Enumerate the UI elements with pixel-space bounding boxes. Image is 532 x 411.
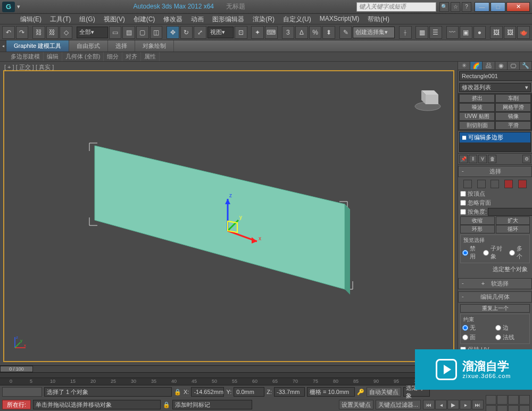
mod-meshsmooth-button[interactable]: 网格平滑 [495, 103, 531, 112]
help-icon[interactable]: ? [462, 2, 471, 12]
search-icon[interactable]: 🔍 [439, 2, 449, 12]
modifier-list-dropdown[interactable]: 修改器列表▾ [459, 83, 531, 92]
key-icon[interactable]: 🔑 [357, 389, 364, 396]
hierarchy-tab[interactable]: 品 [483, 62, 495, 70]
menu-customize[interactable]: 自定义(U) [279, 14, 315, 24]
lock-icon[interactable]: 🔒 [174, 389, 181, 396]
dropdown-icon[interactable]: ▾ [15, 3, 22, 10]
pan-view-button[interactable] [486, 395, 496, 405]
element-so-icon[interactable] [518, 180, 527, 188]
play-button[interactable]: ▶ [447, 400, 459, 409]
time-slider[interactable]: 0 / 100 [0, 366, 33, 372]
next-frame-button[interactable]: ▸ [460, 400, 471, 409]
pan-button[interactable] [497, 405, 508, 412]
render-frame-button[interactable]: 🖼 [504, 26, 517, 39]
scale-button[interactable]: ⤢ [194, 26, 206, 39]
redo-button[interactable]: ↷ [16, 26, 29, 39]
modifier-stack[interactable]: ◼ 可编辑多边形 [459, 132, 531, 152]
move-button[interactable]: ✥ [167, 26, 179, 39]
material-editor-button[interactable]: ● [473, 26, 486, 39]
configure-sets-icon[interactable]: ⚙ [522, 155, 531, 163]
constraint-normal-radio[interactable]: 法线 [495, 333, 528, 342]
repeat-last-button[interactable]: 重复上一个 [460, 304, 530, 313]
link-button[interactable]: ⛓ [32, 26, 45, 39]
stack-item-editpoly[interactable]: ◼ 可编辑多边形 [460, 132, 530, 142]
preview-subobj-radio[interactable]: 子对象 [483, 244, 507, 261]
zoom-region-button[interactable] [508, 395, 519, 405]
autokey-button[interactable]: 自动关键点 [367, 387, 401, 397]
polygon-so-icon[interactable] [504, 180, 513, 188]
close-button[interactable]: ✕ [506, 2, 530, 12]
show-end-icon[interactable]: Ⅱ [469, 155, 477, 163]
layers-button[interactable]: ☰ [429, 26, 442, 39]
spinner-snap-button[interactable]: ⬍ [322, 26, 335, 39]
menu-views[interactable]: 视图(V) [99, 14, 129, 24]
keyboard-button[interactable]: ⌨ [265, 26, 278, 39]
menu-maxscript[interactable]: MAXScript(M) [315, 14, 364, 24]
menu-edit[interactable]: 编辑(E) [16, 14, 46, 24]
signin-icon[interactable]: ☆ [451, 2, 460, 12]
menu-animation[interactable]: 动画 [187, 14, 208, 24]
ref-coord-dropdown[interactable]: 视图 ▾ [207, 27, 234, 38]
viewport-label[interactable]: [ + ] [ 正交 ] [ 真实 ] [4, 63, 54, 71]
mini-listener[interactable] [2, 387, 42, 397]
vertex-so-icon[interactable] [463, 180, 472, 188]
preview-off-radio[interactable]: 禁用 [462, 244, 481, 261]
menu-modifiers[interactable]: 修改器 [159, 14, 187, 24]
zoom-extents-button[interactable] [497, 395, 508, 405]
angle-spinner[interactable] [488, 208, 532, 216]
menu-tools[interactable]: 工具(T) [46, 14, 75, 24]
viewport[interactable]: [ + ] [ 正交 ] [ 真实 ] z [3, 70, 454, 362]
angle-snap-button[interactable]: ∆ [295, 26, 308, 39]
viewcube[interactable] [413, 82, 443, 112]
menu-help[interactable]: 帮助(H) [363, 14, 394, 24]
remove-mod-icon[interactable]: 🗑 [488, 155, 496, 163]
motion-tab[interactable]: ◉ [495, 62, 508, 70]
setkey-button[interactable]: 设置关键点 [339, 400, 373, 409]
ribbon-panel-subdiv[interactable]: 细分 [104, 52, 122, 61]
snap-button[interactable]: 3 [282, 26, 295, 39]
preview-multi-radio[interactable]: 多个 [509, 244, 528, 261]
softsel-rollout-header[interactable]: + 软选择 [458, 278, 532, 289]
mod-mirror-button[interactable]: 镜像 [495, 112, 531, 121]
shrink-button[interactable]: 收缩 [460, 216, 495, 225]
by-angle-check[interactable]: 按角度: [460, 207, 487, 216]
rotate-button[interactable]: ↻ [180, 26, 193, 39]
percent-snap-button[interactable]: % [309, 26, 322, 39]
ribbon-tab-freeform[interactable]: 自由形式 [69, 40, 108, 52]
border-so-icon[interactable] [491, 180, 499, 188]
orbit-button[interactable] [486, 405, 496, 412]
mod-noise-button[interactable]: 噪波 [459, 103, 495, 112]
ribbon-panel-align[interactable]: 对齐 [122, 52, 141, 61]
mod-smooth-button[interactable]: 平滑 [495, 121, 531, 130]
menu-rendering[interactable]: 渲染(R) [248, 14, 279, 24]
utilities-tab[interactable]: 🔧 [520, 62, 532, 70]
x-coord-input[interactable]: -14.652mm [191, 387, 224, 397]
grow-button[interactable]: 扩大 [496, 216, 530, 225]
manipulate-button[interactable]: ✦ [251, 26, 264, 39]
keyfilter-button[interactable]: 关键点过滤器... [376, 400, 421, 409]
named-selection-dropdown[interactable]: 创建选择集 ▾ [353, 27, 395, 38]
by-vertex-check[interactable]: 按顶点 [460, 189, 530, 198]
named-sel-edit-button[interactable]: ✎ [339, 26, 352, 39]
ribbon-tab-selection[interactable]: 选择 [108, 40, 135, 52]
ring-button[interactable]: 环形 [460, 225, 495, 233]
loop-button[interactable]: 循环 [496, 225, 530, 233]
app-logo-icon[interactable]: G [2, 2, 15, 12]
selection-filter[interactable]: 全部 ▾ [77, 27, 108, 38]
unlink-button[interactable]: ⛓ [46, 26, 59, 39]
y-coord-input[interactable]: 0.0mm [234, 387, 264, 397]
walk-button[interactable] [508, 405, 519, 412]
menu-grapheditors[interactable]: 图形编辑器 [208, 14, 248, 24]
ribbon-minimize-button[interactable]: ◂ [0, 40, 6, 52]
ribbon-panel-edit[interactable]: 编辑 [44, 52, 62, 61]
goto-start-button[interactable]: ⏮ [423, 400, 435, 409]
goto-end-button[interactable]: ⏭ [472, 400, 484, 409]
select-name-button[interactable]: ▤ [122, 26, 135, 39]
fov-button[interactable] [519, 395, 530, 405]
isolate-icon[interactable]: 🔒 [163, 401, 170, 408]
mirror-button[interactable]: ⟊ [399, 26, 412, 39]
ribbon-panel-properties[interactable]: 属性 [141, 52, 160, 61]
window-crossing-button[interactable]: ◫ [150, 26, 163, 39]
prev-frame-button[interactable]: ◂ [435, 400, 447, 409]
